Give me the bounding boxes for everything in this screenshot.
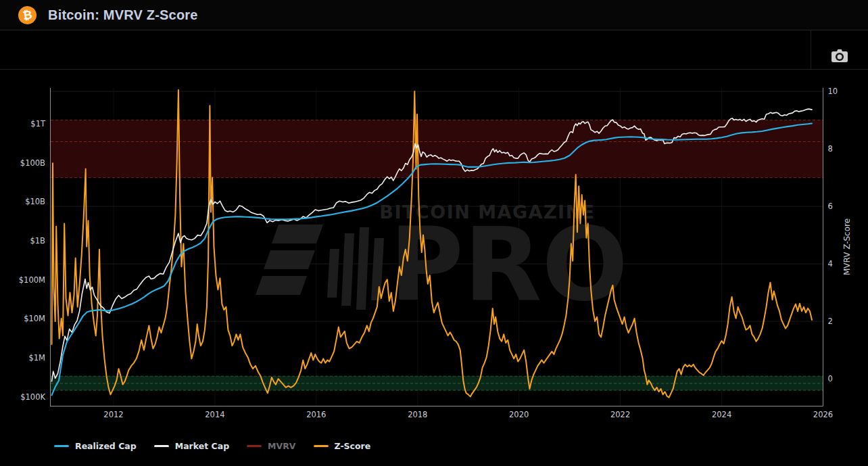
x-axis-tick: 2014: [205, 410, 224, 419]
legend-label: Realized Cap: [75, 441, 137, 451]
toolbar: [0, 30, 868, 70]
left-axis-tick: $1M: [28, 353, 45, 363]
right-axis-tick: 10: [828, 87, 838, 96]
bitcoin-magazine-pro-watermark: BITCOIN MAGAZINE ® PRO: [256, 202, 628, 323]
x-axis-tick: 2024: [712, 410, 731, 419]
toolbar-right-section: [811, 30, 868, 69]
mvrv-zscore-chart[interactable]: BITCOIN MAGAZINE ® PRO $1T$100B$10B$1B$1…: [0, 69, 868, 434]
legend-label: Market Cap: [175, 441, 229, 451]
legend-item-realized-cap[interactable]: Realized Cap: [54, 441, 137, 451]
right-axis-tick: 4: [828, 259, 833, 269]
chart-legend: Realized Cap Market Cap MVRV Z-Score: [54, 441, 370, 451]
legend-label: Z-Score: [335, 441, 371, 451]
right-axis-tick: 6: [828, 202, 833, 211]
page-title: Bitcoin: MVRV Z-Score: [48, 7, 198, 23]
header-bar: ₿ Bitcoin: MVRV Z-Score: [0, 0, 868, 30]
chart-svg[interactable]: BITCOIN MAGAZINE ® PRO $1T$100B$10B$1B$1…: [0, 69, 868, 434]
realized-cap-swatch-icon: [54, 445, 69, 447]
left-axis-tick: $1T: [30, 119, 46, 129]
z-score-swatch-icon: [314, 445, 329, 447]
left-axis-tick: $10B: [25, 197, 45, 206]
x-axis-tick: 2020: [509, 410, 529, 419]
bitcoin-logo-icon: ₿: [17, 5, 37, 25]
x-axis-tick: 2012: [103, 410, 123, 419]
legend-label: MVRV: [268, 441, 295, 451]
overvalued-zone: [51, 120, 823, 178]
x-axis-tick: 2022: [610, 410, 630, 419]
left-axis-tick: $100B: [20, 158, 45, 168]
x-axis-tick: 2026: [813, 410, 833, 419]
x-axis-tick: 2016: [306, 410, 326, 419]
right-axis-tick: 2: [828, 317, 833, 326]
left-axis-tick: $100K: [20, 392, 45, 402]
right-axis-title: MVRV Z-Score: [842, 218, 852, 275]
left-axis-tick: $1B: [30, 236, 45, 246]
left-axis-tick: $100M: [19, 275, 45, 285]
legend-item-mvrv[interactable]: MVRV: [247, 441, 295, 451]
legend-item-z-score[interactable]: Z-Score: [314, 441, 371, 451]
right-axis-tick: 0: [828, 374, 833, 383]
market-cap-swatch-icon: [154, 445, 169, 447]
mvrv-swatch-icon: [247, 445, 262, 447]
screenshot-camera-button[interactable]: [831, 48, 848, 65]
bitcoin-mvrv-page: ₿ Bitcoin: MVRV Z-Score BITCOIN MAGAZINE…: [0, 0, 868, 466]
left-axis-tick: $10M: [24, 314, 45, 323]
x-axis-tick: 2018: [408, 410, 427, 419]
legend-item-market-cap[interactable]: Market Cap: [154, 441, 229, 451]
camera-icon: [831, 48, 848, 63]
right-axis-tick: 8: [828, 144, 833, 154]
